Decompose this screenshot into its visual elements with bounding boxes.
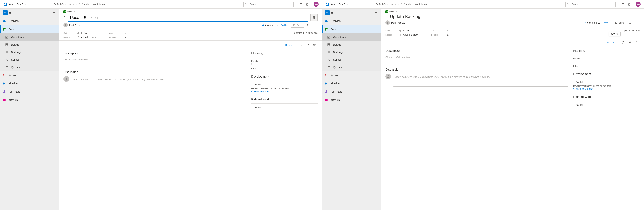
app-logo[interactable]: Azure DevOps: [3, 2, 26, 7]
avatar[interactable]: MH: [314, 2, 318, 7]
state-value[interactable]: To Do: [400, 29, 428, 32]
marketplace-icon[interactable]: [306, 3, 309, 6]
sidebar-item-overview[interactable]: Overview: [322, 17, 381, 25]
list-icon[interactable]: [299, 3, 302, 6]
sidebar-item-label: Work Items: [11, 36, 24, 39]
iteration-value[interactable]: a: [447, 33, 448, 36]
add-link-dev[interactable]: Add link: [251, 83, 318, 86]
sidebar-item-testplans[interactable]: Test Plans: [322, 88, 381, 96]
project-badge: A: [324, 10, 330, 15]
sidebar-sub-boards[interactable]: Boards: [322, 41, 381, 49]
save-button[interactable]: Save: [613, 20, 626, 25]
comment-input[interactable]: Add a comment. Use # to link a work item…: [71, 76, 246, 89]
repo-icon: [2, 73, 6, 77]
add-button[interactable]: +: [52, 10, 56, 15]
title-input[interactable]: [68, 14, 308, 22]
breadcrumb-collection[interactable]: DefaultCollection: [376, 3, 394, 6]
project-badge: A: [2, 10, 8, 15]
sidebar-sub-backlogs[interactable]: Backlogs: [322, 49, 381, 56]
pipeline-icon: [2, 82, 6, 85]
iteration-value[interactable]: a: [125, 36, 126, 39]
breadcrumb-project[interactable]: a: [398, 3, 399, 6]
sidebar-sub-workitems[interactable]: Work Items: [0, 33, 59, 41]
breadcrumb-page[interactable]: Work Items: [415, 3, 427, 6]
save-button[interactable]: Save: [291, 23, 304, 28]
refresh-button[interactable]: [628, 20, 633, 25]
area-value[interactable]: a: [447, 29, 448, 32]
comment-input[interactable]: Add a comment. Use # to link a work item…: [393, 74, 568, 87]
sidebar-item-boards[interactable]: Boards: [0, 25, 59, 33]
attachments-tab-button[interactable]: [312, 42, 318, 48]
sidebar-sub-queries[interactable]: Queries: [0, 64, 59, 71]
links-tab-button[interactable]: [626, 39, 633, 45]
more-button[interactable]: [634, 20, 640, 25]
artifact-icon: [2, 98, 6, 102]
area-value[interactable]: a: [125, 32, 126, 35]
comments-link[interactable]: 0 comments: [261, 24, 278, 27]
priority-value[interactable]: 2: [573, 60, 640, 63]
state-value[interactable]: To Do: [78, 32, 106, 35]
search-box[interactable]: [243, 2, 294, 7]
sidebar-item-boards[interactable]: Boards: [322, 25, 381, 33]
sidebar-sub-boards[interactable]: Boards: [0, 41, 59, 49]
search-input[interactable]: [571, 3, 614, 6]
project-header[interactable]: A a +: [322, 9, 381, 17]
priority-value[interactable]: 2: [251, 63, 318, 66]
sidebar-item-artifacts[interactable]: Artifacts: [322, 96, 381, 104]
reason-value[interactable]: Added to back...: [78, 36, 106, 39]
tab-details[interactable]: Details: [604, 39, 617, 46]
breadcrumb-page[interactable]: Work Items: [93, 3, 105, 6]
sidebar-sub-backlogs[interactable]: Backlogs: [0, 49, 59, 56]
sidebar-item-pipelines[interactable]: Pipelines: [0, 79, 59, 88]
sidebar-item-artifacts[interactable]: Artifacts: [0, 96, 59, 104]
top-icons: MH: [621, 2, 640, 7]
copy-id-button[interactable]: [310, 14, 318, 21]
sidebar-item-testplans[interactable]: Test Plans: [0, 88, 59, 96]
sidebar-item-repos[interactable]: Repos: [0, 71, 59, 79]
more-button[interactable]: [312, 23, 318, 28]
breadcrumb-section[interactable]: Boards: [81, 3, 89, 6]
description-placeholder[interactable]: Click to add Description: [386, 55, 568, 63]
attachments-tab-button[interactable]: [634, 39, 640, 45]
sidebar-item-repos[interactable]: Repos: [322, 71, 381, 79]
sidebar-item-label: Repos: [330, 74, 338, 77]
add-link-related[interactable]: Add link ▾: [573, 104, 640, 106]
links-tab-button[interactable]: [304, 42, 311, 48]
sidebar-sub-sprints[interactable]: Sprints: [322, 56, 381, 64]
sidebar-sub-sprints[interactable]: Sprints: [0, 56, 59, 64]
history-tab-button[interactable]: [620, 39, 626, 45]
add-tag-link[interactable]: Add tag: [281, 24, 288, 26]
add-button[interactable]: +: [374, 10, 378, 15]
project-name: a: [331, 11, 333, 14]
marketplace-icon[interactable]: [628, 3, 631, 6]
create-branch-link[interactable]: Create a new branch: [251, 90, 318, 93]
list-icon[interactable]: [621, 3, 624, 6]
refresh-button[interactable]: [306, 23, 311, 28]
person-icon: [386, 21, 390, 25]
app-logo[interactable]: Azure DevOps: [325, 2, 348, 7]
breadcrumb-project[interactable]: a: [76, 3, 77, 6]
assignee[interactable]: Mark Pleskac: [64, 23, 83, 27]
add-link-dev[interactable]: Add link: [573, 81, 640, 84]
work-item-title[interactable]: Update Backlog: [390, 14, 420, 19]
sidebar-sub-queries[interactable]: Queries: [322, 64, 381, 71]
sidebar-item-pipelines[interactable]: Pipelines: [322, 79, 381, 88]
comments-link[interactable]: 0 comments: [583, 21, 600, 24]
sidebar-item-overview[interactable]: Overview: [0, 17, 59, 25]
tab-details[interactable]: Details: [282, 42, 295, 48]
breadcrumb-section[interactable]: Boards: [403, 3, 411, 6]
project-header[interactable]: A a +: [0, 9, 59, 17]
create-branch-link[interactable]: Create a new branch: [573, 88, 640, 90]
description-placeholder[interactable]: Click to add Description: [64, 57, 246, 65]
assignee[interactable]: Mark Pleskac: [386, 21, 405, 25]
add-tag-link[interactable]: Add tag: [603, 21, 610, 24]
reason-value[interactable]: Added to backl...: [400, 33, 428, 36]
history-tab-button[interactable]: [298, 42, 304, 48]
add-link-related[interactable]: Add link ▾: [251, 106, 318, 109]
search-input[interactable]: [249, 3, 292, 6]
sidebar-sub-workitems[interactable]: Work Items: [322, 33, 381, 41]
avatar[interactable]: MH: [636, 2, 640, 7]
kanban-icon: [327, 43, 330, 47]
breadcrumb-collection[interactable]: DefaultCollection: [54, 3, 72, 6]
search-box[interactable]: [565, 2, 616, 7]
